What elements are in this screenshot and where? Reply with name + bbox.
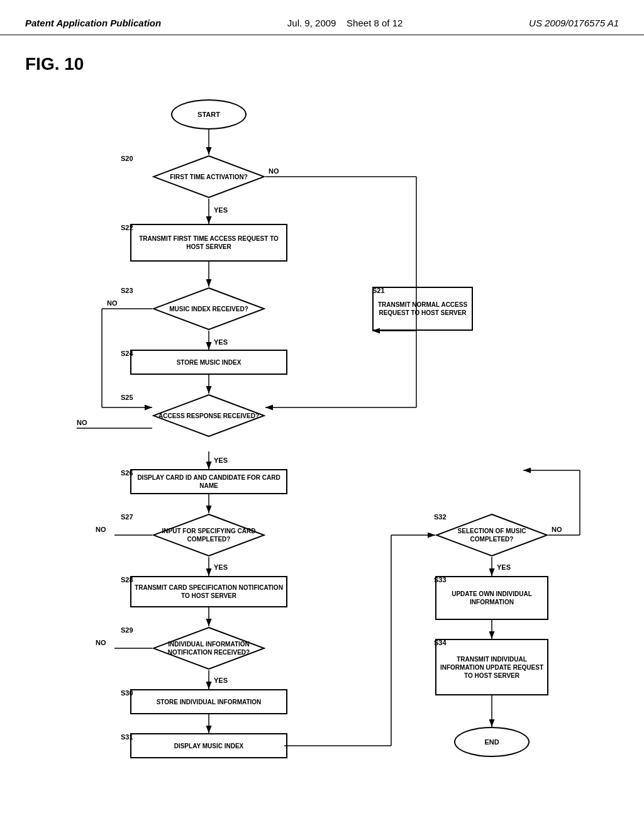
svg-text:NO: NO — [107, 299, 118, 307]
s29-label: S29 — [121, 626, 133, 634]
date-sheet-label: Jul. 9, 2009 Sheet 8 of 12 — [287, 18, 402, 28]
figure-label: FIG. 10 — [25, 54, 619, 74]
svg-text:YES: YES — [214, 206, 228, 214]
s27-label: S27 — [121, 513, 133, 521]
main-content: FIG. 10 — [0, 35, 644, 797]
svg-text:NO: NO — [269, 167, 279, 175]
svg-text:YES: YES — [214, 338, 228, 346]
svg-text:NO: NO — [77, 419, 87, 426]
s30-rect: STORE INDIVIDUAL INFORMATION — [130, 689, 287, 714]
svg-text:NO: NO — [96, 526, 106, 533]
s21-rect: TRANSMIT NORMAL ACCESS REQUEST TO HOST S… — [372, 287, 473, 331]
s27-diamond: INPUT FOR SPECIFYING CARD COMPLETED? — [152, 513, 265, 557]
s23-label: S23 — [121, 287, 133, 294]
s24-rect: STORE MUSIC INDEX — [130, 350, 287, 375]
svg-text:NO: NO — [552, 526, 562, 533]
svg-text:YES: YES — [214, 563, 228, 571]
svg-text:YES: YES — [214, 456, 228, 464]
s29-diamond: INDIVIDUAL INFORMATION NOTIFICATION RECE… — [152, 626, 265, 670]
s20-label: S20 — [121, 155, 133, 162]
s23-diamond: MUSIC INDEX RECEIVED? — [152, 287, 265, 331]
s22-rect: TRANSMIT FIRST TIME ACCESS REQUEST TO HO… — [130, 224, 287, 262]
s33-rect: UPDATE OWN INDIVIDUAL INFORMATION — [435, 576, 548, 620]
svg-text:YES: YES — [497, 563, 511, 571]
start-shape: START — [171, 99, 247, 130]
patent-number-label: US 2009/0176575 A1 — [529, 18, 619, 28]
publication-label: Patent Application Publication — [25, 18, 161, 28]
s32-diamond: SELECTION OF MUSIC COMPLETED? — [435, 513, 548, 557]
svg-text:YES: YES — [214, 677, 228, 684]
s28-rect: TRANSMIT CARD SPECIFICATION NOTIFICATION… — [130, 576, 287, 607]
svg-text:NO: NO — [96, 639, 106, 646]
page-header: Patent Application Publication Jul. 9, 2… — [0, 0, 644, 35]
end-shape: END — [454, 727, 530, 757]
flowchart-diagram: YES NO YES NO YES NO YES NO YES NO YES N… — [39, 87, 605, 778]
s25-diamond: ACCESS RESPONSE RECEIVED? — [152, 394, 265, 438]
s25-label: S25 — [121, 394, 133, 401]
s31-rect: DISPLAY MUSIC INDEX — [130, 733, 287, 758]
s20-diamond: FIRST TIME ACTIVATION? — [152, 155, 265, 199]
s26-rect: DISPLAY CARD ID AND CANDIDATE FOR CARD N… — [130, 469, 287, 494]
s34-rect: TRANSMIT INDIVIDUAL INFORMATION UPDATE R… — [435, 639, 548, 695]
